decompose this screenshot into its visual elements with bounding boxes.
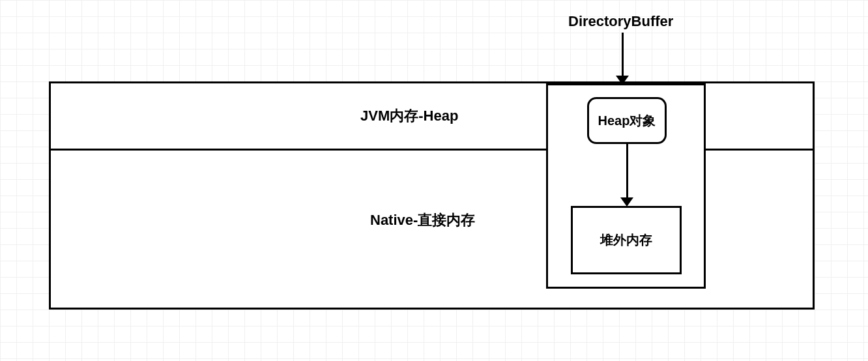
arrow-top bbox=[622, 33, 624, 81]
native-memory-label: Native-直接内存 bbox=[370, 210, 475, 230]
arrow-middle bbox=[626, 144, 628, 197]
arrow-middle-head bbox=[620, 197, 633, 207]
heap-object-box: Heap对象 bbox=[587, 97, 667, 144]
title-label: DirectoryBuffer bbox=[568, 13, 673, 30]
heap-object-label: Heap对象 bbox=[598, 112, 656, 130]
offheap-memory-label: 堆外内存 bbox=[600, 231, 652, 249]
offheap-memory-box: 堆外内存 bbox=[571, 206, 682, 274]
diagram-container: DirectoryBuffer JVM内存-Heap Native-直接内存 H… bbox=[0, 0, 868, 361]
right-panel: Heap对象 堆外内存 bbox=[546, 83, 706, 289]
memory-outer-box: JVM内存-Heap Native-直接内存 Heap对象 堆外内存 bbox=[49, 81, 815, 310]
jvm-heap-label: JVM内存-Heap bbox=[360, 106, 458, 126]
